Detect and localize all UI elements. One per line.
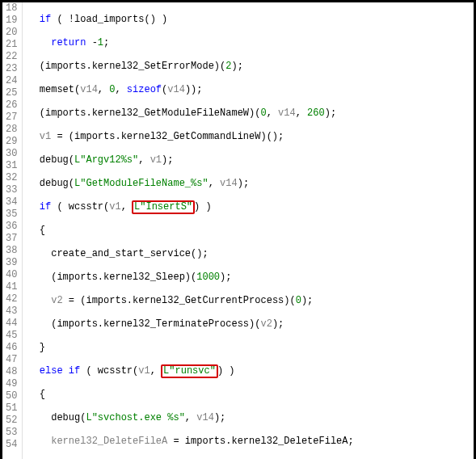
line-number: 45 [6, 330, 17, 342]
line-number: 43 [6, 305, 17, 318]
line-number: 21 [6, 39, 17, 51]
code-line: if ( !load_imports() ) [27, 14, 474, 26]
line-number: 25 [6, 87, 17, 99]
line-number: 27 [6, 112, 17, 124]
line-number: 29 [6, 136, 17, 148]
line-number: 19 [6, 15, 17, 27]
code-line: { [27, 389, 474, 401]
code-line: else if ( wcsstr(v1, L"runsvc") ) [27, 365, 474, 377]
code-line: if ( wcsstr(v1, L"InsertS") ) [27, 201, 474, 213]
line-number: 34 [6, 196, 17, 208]
code-line: (imports.kernel32_TerminateProcess)(v2); [27, 318, 474, 331]
line-number: 32 [6, 172, 17, 184]
code-line: { [27, 225, 474, 237]
line-number: 30 [6, 148, 17, 160]
line-number: 52 [6, 415, 17, 427]
line-number: 24 [6, 75, 17, 87]
line-number: 22 [6, 51, 17, 63]
code-line: memset(v14, 0, sizeof(v14)); [27, 84, 474, 96]
line-number: 28 [6, 124, 17, 136]
line-number: 40 [6, 269, 17, 281]
code-line: debug(L"Argv12%s", v1); [27, 154, 474, 166]
code-line: v2 = (imports.kernel32_GetCurrentProcess… [27, 295, 474, 307]
code-line: (imports.kernel32_GetModuleFileNameW)(0,… [27, 107, 474, 120]
line-number: 41 [6, 281, 17, 293]
code-line: } [27, 342, 474, 354]
code-line: debug(L"svchost.exe %s", v14); [27, 412, 474, 424]
line-number: 18 [6, 2, 17, 15]
line-number: 54 [6, 439, 17, 451]
line-number: 46 [6, 342, 17, 354]
highlight-runsvc: L"runsvc" [161, 364, 218, 378]
line-number: 20 [6, 27, 17, 39]
line-number: 49 [6, 378, 17, 390]
code-line: create_and_start_service(); [27, 248, 474, 260]
line-number: 35 [6, 208, 17, 221]
code-line: (imports.kernel32_SetErrorMode)(2); [27, 61, 474, 73]
line-number: 31 [6, 160, 17, 172]
line-number: 44 [6, 318, 17, 330]
line-number: 39 [6, 257, 17, 269]
code-line: (imports.kernel32_Sleep)(1000); [27, 272, 474, 284]
code-viewer: 18 19 20 21 22 23 24 25 26 27 28 29 30 3… [2, 2, 474, 459]
code-line: kernel32_DeleteFileA = imports.kernel32_… [27, 436, 474, 448]
line-number: 50 [6, 390, 17, 402]
code-line: debug(L"GetModuleFileName_%s", v14); [27, 178, 474, 190]
code-line: v1 = (imports.kernel32_GetCommandLineW)(… [27, 131, 474, 143]
line-number: 38 [6, 245, 17, 257]
code-area[interactable]: if ( !load_imports() ) return -1; (impor… [23, 2, 474, 459]
highlight-inserts: L"InsertS" [132, 200, 195, 214]
line-number: 36 [6, 221, 17, 233]
line-number: 33 [6, 184, 17, 196]
line-number: 47 [6, 354, 17, 366]
line-number: 42 [6, 293, 17, 305]
line-number: 53 [6, 427, 17, 439]
line-number: 26 [6, 99, 17, 112]
code-line: return -1; [27, 37, 474, 49]
line-number: 51 [6, 402, 17, 415]
line-number: 48 [6, 366, 17, 378]
line-number: 23 [6, 63, 17, 75]
line-number: 37 [6, 233, 17, 245]
line-number-gutter: 18 19 20 21 22 23 24 25 26 27 28 29 30 3… [2, 2, 23, 459]
